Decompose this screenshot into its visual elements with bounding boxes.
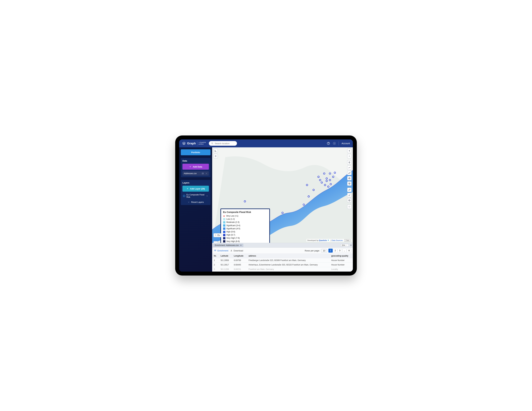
layer-chip[interactable]: Eu bbox=[213, 233, 221, 237]
table-cell: 50.11208 bbox=[219, 267, 232, 272]
enrichment-tab[interactable]: Enrichment bbox=[214, 249, 228, 252]
rows-per-page-select[interactable]: 10 bbox=[321, 249, 327, 252]
check-tool-button[interactable] bbox=[347, 193, 352, 197]
page-button[interactable]: 3 bbox=[338, 249, 342, 253]
table-row[interactable]: 250.139178.68445Hinterhaus, Eckenheimer … bbox=[212, 263, 353, 267]
brand-mark-icon bbox=[327, 239, 329, 241]
legend-row: Very High (8-9) bbox=[223, 240, 267, 243]
svg-point-32 bbox=[349, 178, 350, 179]
column-header[interactable]: Latitude bbox=[219, 254, 232, 258]
camera-tool-button[interactable] bbox=[347, 176, 352, 180]
download-button[interactable]: Download bbox=[230, 249, 243, 252]
legend-swatch bbox=[223, 237, 225, 239]
legend-row: Very High (7-8) bbox=[223, 236, 267, 240]
plus-icon bbox=[189, 166, 191, 168]
map-attribution: Developed by Quarticle | Data Sources 3 … bbox=[306, 239, 352, 242]
help-icon[interactable] bbox=[327, 142, 330, 145]
legend-title: Eu Composite Flood Risk bbox=[223, 211, 267, 214]
table-cell: Frankfurt am Main, Germany bbox=[247, 267, 330, 272]
search-input[interactable] bbox=[215, 142, 235, 145]
layers-tool-button[interactable] bbox=[347, 181, 352, 186]
account-link[interactable]: Account bbox=[342, 142, 350, 145]
add-layer-button[interactable]: Add Layer (28) bbox=[182, 186, 209, 192]
pin-tool-button[interactable] bbox=[347, 160, 352, 165]
map-canvas[interactable]: Eu Composite Flood Risk ✕Very Low (<1)Lo… bbox=[212, 147, 353, 243]
page-button[interactable]: 2 bbox=[333, 249, 337, 253]
data-table: Nr.LatitudeLongitudeaddressgeocoding-qua… bbox=[212, 254, 353, 272]
table-cell: House Number bbox=[330, 258, 353, 263]
table-cell: 8.69789 bbox=[232, 258, 247, 263]
column-header[interactable]: Longitude bbox=[232, 254, 247, 258]
column-header[interactable]: Nr. bbox=[212, 254, 219, 258]
svg-point-35 bbox=[328, 240, 329, 241]
map-tools-right bbox=[347, 149, 352, 209]
table-cell: 50.13917 bbox=[219, 263, 232, 267]
svg-rect-30 bbox=[348, 172, 350, 174]
legend-swatch bbox=[223, 234, 225, 236]
search-field[interactable] bbox=[209, 141, 237, 146]
top-bar: Graph A Quarticleproduct Account bbox=[179, 139, 353, 147]
table-cell: 50.13958 bbox=[219, 258, 232, 263]
bottom-actions: Enrichment Download Rows per page: 10 12… bbox=[212, 248, 353, 254]
legend-swatch bbox=[223, 221, 225, 224]
ruler-tool-button[interactable] bbox=[347, 171, 352, 175]
table-cell: 8.68231 bbox=[232, 267, 247, 272]
page-button[interactable]: 1 bbox=[328, 249, 333, 253]
brand-name: Graph bbox=[187, 142, 196, 145]
table-cell: 3 bbox=[212, 267, 219, 272]
column-header[interactable]: geocoding-quality bbox=[330, 254, 353, 258]
table-row[interactable]: 350.112088.68231Frankfurt am Main, Germa… bbox=[212, 267, 353, 272]
legend-swatch bbox=[223, 231, 225, 233]
reset-layers-button[interactable]: Reset Layers bbox=[182, 201, 209, 203]
pagination: 123...6 bbox=[328, 249, 351, 253]
layers-icon bbox=[214, 249, 217, 252]
close-icon[interactable]: ✕ bbox=[350, 244, 352, 246]
table-cell: Locality bbox=[330, 267, 353, 272]
polygon-tool-button[interactable] bbox=[347, 205, 352, 209]
line-tool-button[interactable] bbox=[347, 166, 352, 170]
portfolio-button[interactable]: Portfolio bbox=[181, 149, 210, 155]
map-area: Eu Composite Flood Risk ✕Very Low (<1)Lo… bbox=[212, 147, 353, 272]
sidebar: Portfolio Data Add Data Addresses.csv bbox=[179, 147, 212, 272]
close-icon[interactable]: ✕ bbox=[240, 244, 242, 246]
layer-swatch-icon bbox=[183, 195, 185, 197]
legend-swatch bbox=[223, 227, 225, 230]
bottom-panel: Enrichment: Addresses.csv ✕ 25% ✕ bbox=[212, 243, 353, 272]
legend-row: Significant (4-5) bbox=[223, 227, 267, 230]
table-icon[interactable] bbox=[202, 172, 204, 175]
wave-chip[interactable] bbox=[213, 241, 218, 243]
cursor-icon bbox=[215, 234, 217, 236]
brand-logo-icon bbox=[182, 142, 186, 145]
svg-point-33 bbox=[349, 200, 350, 201]
scale-bar: 3 km bbox=[344, 239, 351, 242]
svg-rect-5 bbox=[202, 173, 203, 174]
page-button[interactable]: 6 bbox=[347, 249, 351, 253]
bottom-tab[interactable]: Enrichment: Addresses.csv ✕ bbox=[213, 244, 243, 247]
tablet-frame: Graph A Quarticleproduct Account bbox=[175, 136, 357, 275]
target-tool-button[interactable] bbox=[347, 198, 352, 203]
svg-point-29 bbox=[349, 162, 350, 163]
table-row[interactable]: 150.139588.69789Friedberger Landstraße 3… bbox=[212, 258, 353, 263]
legend-row: High (6-7) bbox=[223, 234, 267, 236]
layer-item[interactable]: Eu Composite Flood Risk bbox=[182, 193, 209, 199]
download-icon bbox=[230, 249, 233, 252]
eraser-tool-button[interactable] bbox=[347, 188, 352, 192]
list-tool-button[interactable] bbox=[213, 154, 218, 158]
settings-icon[interactable] bbox=[333, 142, 336, 145]
chart-tool-button[interactable] bbox=[213, 149, 218, 153]
legend-row: Low (1-2) bbox=[223, 217, 267, 221]
data-sources-link[interactable]: Data Sources bbox=[332, 239, 343, 241]
close-icon[interactable] bbox=[206, 195, 208, 197]
layer-item-label: Eu Composite Flood Risk bbox=[186, 194, 205, 198]
close-icon[interactable] bbox=[205, 172, 208, 175]
page-button[interactable]: ... bbox=[342, 249, 347, 253]
panel-size-select[interactable]: 25% bbox=[341, 244, 349, 247]
zoom-out-button[interactable] bbox=[347, 154, 352, 158]
table-cell: Hinterhaus, Eckenheimer Landstraße 303, … bbox=[247, 263, 330, 267]
column-header[interactable]: address bbox=[247, 254, 330, 258]
add-data-button[interactable]: Add Data bbox=[182, 164, 209, 170]
svg-line-1 bbox=[213, 144, 213, 144]
data-file-chip[interactable]: Addresses.csv bbox=[182, 171, 209, 176]
zoom-in-button[interactable] bbox=[347, 149, 352, 153]
table-cell: Friedberger Landstraße 323, 60389 Frankf… bbox=[247, 258, 330, 263]
